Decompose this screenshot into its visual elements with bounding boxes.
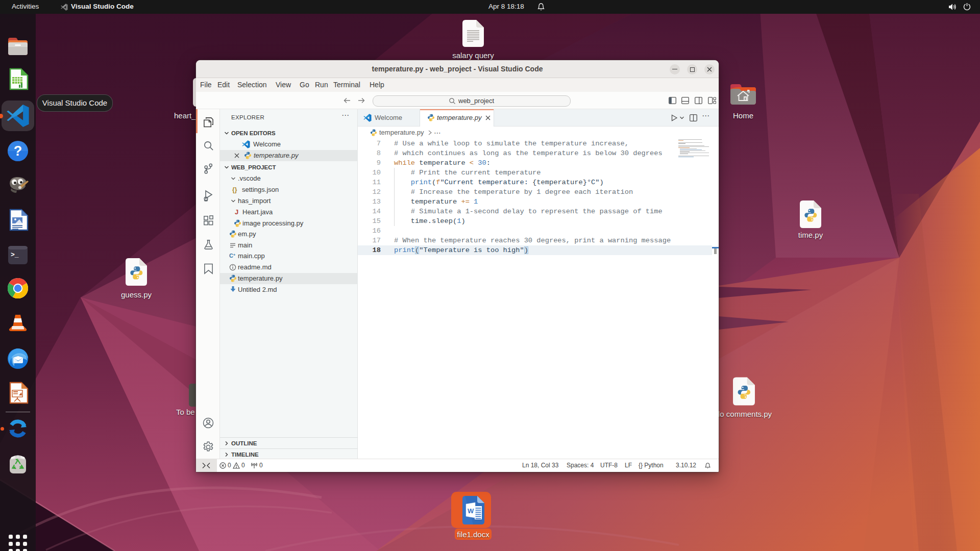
svg-text:C: C — [229, 253, 233, 259]
svg-text:+: + — [233, 253, 235, 257]
svg-text:W: W — [468, 507, 474, 515]
svg-text:?: ? — [14, 143, 22, 159]
svg-text:>_: >_ — [11, 251, 19, 259]
